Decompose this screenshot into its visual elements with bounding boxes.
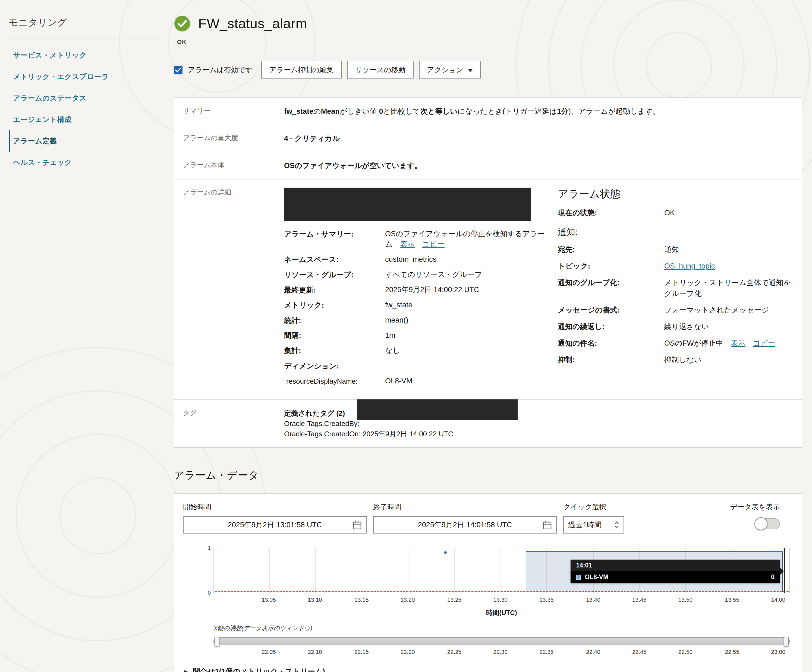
copy-link[interactable]: コピー xyxy=(753,339,775,347)
actions-menu-button[interactable]: アクション xyxy=(419,61,481,79)
field-value: 1m xyxy=(385,331,545,341)
field-label: resourceDisplayName: xyxy=(284,376,385,386)
field-label: メトリック: xyxy=(284,300,385,310)
field-value: 繰り返さない xyxy=(664,321,793,332)
severity-value: 4 - クリティカル xyxy=(275,125,802,152)
copy-link[interactable]: コピー xyxy=(422,240,445,248)
sidebar-item-alarm-status[interactable]: アラームのステータス xyxy=(9,87,159,109)
field-value: すべてのリソース・グループ xyxy=(385,269,545,280)
summary-part: がしきい値 xyxy=(340,107,379,115)
x-tick-label: 13:30 xyxy=(493,597,508,603)
quick-select-label: クイック選択 xyxy=(563,502,624,512)
gridline xyxy=(315,548,316,593)
alarm-data-panel: 開始時間 2025年9月2日 13:01:58 UTC 終了時間 xyxy=(174,493,802,672)
sidebar-item-service-metrics[interactable]: サービス・メトリック xyxy=(9,44,159,66)
notification-field-row: 通知の件名: OSのFWが停止中 表示 コピー xyxy=(558,338,793,349)
x-adjust-label: X軸の調整(データ表示のウィンドウ) xyxy=(213,624,790,632)
data-point xyxy=(444,551,447,554)
status-ok-icon xyxy=(174,15,191,32)
notification-field-row: 通知の繰返し: 繰り返さない xyxy=(558,321,793,332)
alarm-data-section-title: アラーム・データ xyxy=(174,468,802,482)
alarm-body-row: アラーム本体 OSのファイアウォールが空いています。 xyxy=(174,152,802,179)
field-label: 間隔: xyxy=(284,331,385,341)
time-marker-line xyxy=(784,548,785,593)
notification-field-row: 宛先: 通知 xyxy=(558,244,793,255)
field-label: ディメンション: xyxy=(284,361,385,371)
page-title: FW_status_alarm xyxy=(198,16,307,31)
sidebar-item-health-checks[interactable]: ヘルス・チェック xyxy=(9,152,159,173)
x-tick-label: 13:45 xyxy=(632,597,647,603)
gridline xyxy=(408,548,408,593)
x-tick-label: 13:05 xyxy=(261,597,276,603)
alarm-state-column: アラーム状態 現在の状態: OK 通知: 宛先: 通知 トピッ xyxy=(558,188,793,391)
alarm-details-left-column: アラーム・サマリー: OSのファイアウォールの停止を検知するアラーム 表示 コピ… xyxy=(284,188,545,391)
field-value: fw_state xyxy=(385,300,545,310)
tooltip-series-value: 0 xyxy=(771,573,774,581)
severity-row: アラームの重大度 4 - クリティカル xyxy=(174,125,802,152)
start-time-input[interactable]: 2025年9月2日 13:01:58 UTC xyxy=(183,516,367,534)
field-value: OL8-VM xyxy=(385,376,545,386)
slider-tick-label: 23:00 xyxy=(771,649,785,655)
gridline xyxy=(500,548,501,593)
notifications-heading: 通知: xyxy=(558,227,793,237)
notification-field-row: 抑制: 抑制しない xyxy=(558,355,793,365)
tags-label: タグ xyxy=(174,400,275,447)
edit-suppression-button[interactable]: アラーム抑制の編集 xyxy=(261,61,342,79)
quick-select-value: 過去1時間 xyxy=(568,520,602,530)
slider-right-handle[interactable] xyxy=(784,637,789,646)
start-time-value: 2025年9月2日 13:01:58 UTC xyxy=(228,520,322,530)
x-tick-label: 13:40 xyxy=(586,597,600,603)
move-resource-button[interactable]: リソースの移動 xyxy=(347,61,413,79)
notification-field-row: 通知のグループ化: メトリック・ストリーム全体で通知をグループ化 xyxy=(558,278,793,298)
main-content: FW_status_alarm OK アラームは有効です アラーム抑制の編集 リ… xyxy=(168,0,812,672)
detail-field-row: resourceDisplayName: OL8-VM xyxy=(284,376,545,386)
summary-part: と比較して xyxy=(383,107,420,115)
gridline xyxy=(362,548,362,593)
summary-label: サマリー xyxy=(174,98,275,125)
summary-value: fw_stateのMeanがしきい値 0と比較して次と等しいになったとき(トリガ… xyxy=(275,98,802,125)
sidebar-item-metrics-explorer[interactable]: メトリック・エクスプローラ xyxy=(9,66,159,87)
data-table-toggle[interactable] xyxy=(755,518,780,529)
sidebar-item-alarm-definitions[interactable]: アラーム定義 xyxy=(9,130,159,152)
x-tick-label: 13:20 xyxy=(401,597,415,603)
y-tick-label: 0 xyxy=(201,590,211,596)
current-state-row: 現在の状態: OK xyxy=(558,208,793,218)
field-label: 通知の件名: xyxy=(558,338,664,349)
x-tick-label: 14:00 xyxy=(771,597,785,603)
field-value: 2025年9月2日 14:00:22 UTC xyxy=(385,285,545,295)
data-table-toggle-label: データ表を表示 xyxy=(730,502,780,512)
quick-select-dropdown[interactable]: 過去1時間 xyxy=(563,516,624,534)
field-label: 宛先: xyxy=(558,244,664,255)
expander-arrow-icon: ▶ xyxy=(184,669,188,672)
calendar-icon[interactable] xyxy=(353,520,362,530)
field-label: 現在の状態: xyxy=(558,208,664,218)
query-expander[interactable]: ▶ 問合せ1(1個のメトリック・ストリーム) xyxy=(184,667,793,672)
subject-text: OSのFWが停止中 xyxy=(664,339,723,347)
show-link[interactable]: 表示 xyxy=(400,240,415,248)
detail-field-row: アラーム・サマリー: OSのファイアウォールの停止を検知するアラーム 表示 コピ… xyxy=(284,229,545,249)
calendar-icon[interactable] xyxy=(542,520,552,530)
slider-left-handle[interactable] xyxy=(215,637,219,646)
field-value: 通知 xyxy=(664,244,793,255)
end-time-input[interactable]: 2025年9月2日 14:01:58 UTC xyxy=(373,516,557,534)
y-tick-label: 1 xyxy=(201,545,211,551)
severity-label: アラームの重大度 xyxy=(174,125,275,152)
chart-x-ticks: 13:05 13:10 13:15 13:20 13:25 13:30 13:3… xyxy=(213,597,790,604)
chart-tooltip: 14:01 OL8-VM 0 xyxy=(571,559,780,583)
x-tick-label: 13:25 xyxy=(447,597,462,603)
x-tick-label: 13:35 xyxy=(539,597,554,603)
summary-part: になったとき(トリガー遅延は xyxy=(457,107,557,115)
show-link[interactable]: 表示 xyxy=(731,339,745,347)
sidebar-item-agent-config[interactable]: エージェント構成 xyxy=(9,109,159,130)
alarm-chart-plot[interactable]: 1 0 xyxy=(213,547,790,593)
topic-link[interactable]: OS_hung_topic xyxy=(664,262,715,270)
tag-created-on: Oracle-Tags.CreatedOn: 2025年9月2日 14:00:2… xyxy=(284,429,793,439)
gridline xyxy=(269,548,270,593)
slider-tick-label: 22:25 xyxy=(447,649,462,655)
alarm-enabled-checkbox[interactable] xyxy=(174,66,183,74)
x-range-slider[interactable] xyxy=(213,637,790,645)
x-tick-label: 13:50 xyxy=(678,597,693,603)
summary-part: Mean xyxy=(321,107,340,115)
x-tick-label: 13:15 xyxy=(355,597,369,603)
field-label: 通知の繰返し: xyxy=(558,321,664,332)
